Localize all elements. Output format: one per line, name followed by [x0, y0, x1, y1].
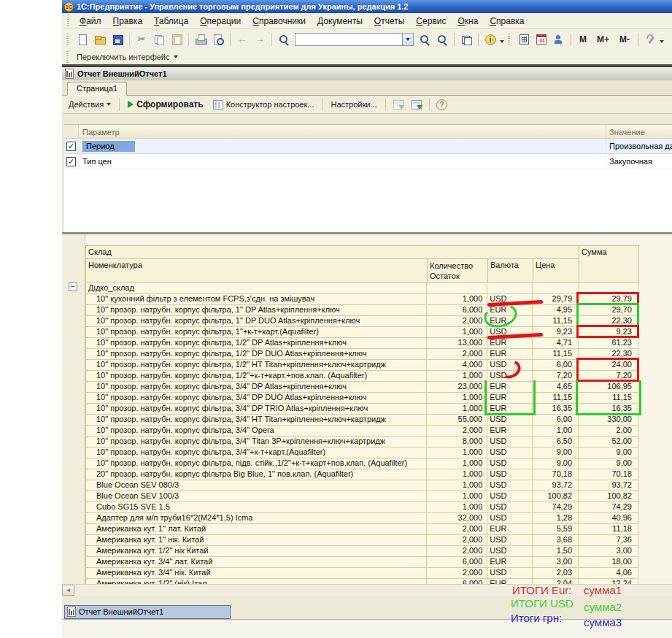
info-button[interactable]: i [482, 31, 498, 47]
toolbar-grip[interactable] [508, 34, 510, 46]
table-row[interactable]: 10" прозор. натрубн. корпус фільтра, під… [86, 458, 638, 469]
print-button[interactable] [193, 31, 209, 47]
item-currency-cell: EUR [487, 557, 533, 568]
group-collapse-button[interactable]: − [69, 283, 77, 291]
calculator-button[interactable] [516, 31, 532, 47]
table-row[interactable]: 10" прозор. натрубн. корпус фільтра, 3/4… [86, 404, 638, 415]
open-button[interactable] [92, 31, 108, 47]
table-row[interactable]: 10" прозор. натрубн. корпус фільтра, 3/4… [86, 426, 638, 437]
calendar-button[interactable]: 31 [533, 31, 549, 47]
users-button[interactable] [551, 31, 567, 47]
back-button[interactable]: ← [234, 31, 250, 47]
table-row[interactable]: Blue Ocean SEV 080/31,000USD93,7293,72 [86, 480, 638, 491]
table-row[interactable]: 10" кухонний фільтр з елементом FCPS,з'є… [86, 294, 638, 305]
settings-constructor-button[interactable]: Конструктор настроек... [209, 99, 318, 111]
action-bar: Действия Сформировать Конструктор настро… [62, 96, 672, 114]
windows-button[interactable] [458, 31, 474, 47]
table-row[interactable]: Американка кут. 1" нік. Китай2,000USD3,6… [86, 535, 638, 546]
table-row[interactable]: 10" прозор. натрубн. корпус фільтра, 3/4… [86, 415, 638, 426]
settings-button[interactable]: Настройки... [327, 99, 380, 110]
horizontal-scrollbar[interactable]: ◄ [62, 584, 672, 596]
table-row[interactable]: Адаптер для м/п труби16*2(М24*1,5) Icma3… [86, 513, 638, 524]
tab-page1[interactable]: Страница1 [67, 82, 127, 96]
copy-button[interactable] [151, 31, 167, 47]
table-row[interactable]: Американка кут. 1/2" нік Китай2,000USD1,… [86, 546, 638, 557]
parameter-checkbox[interactable]: ✓ [66, 157, 76, 166]
menu-item-Сервис[interactable]: Сервис [410, 15, 452, 28]
item-name-cell: Американка кут. 3/4" лат. Китай [86, 557, 427, 568]
table-row[interactable]: Американка кут. 3/4" нік. Китай2,000USD2… [86, 568, 638, 579]
generate-button[interactable]: Сформировать [124, 98, 206, 111]
table-row[interactable]: 10" прозор. натрубн. корпус фільтра, 1" … [86, 305, 638, 316]
group-empty-cell [533, 283, 579, 294]
spacer [62, 114, 672, 124]
help-button[interactable]: ? [434, 96, 450, 112]
back-arrow-icon: ← [236, 34, 248, 45]
toolbar-grip[interactable] [66, 34, 69, 46]
print-preview-button[interactable] [210, 31, 226, 47]
table-row[interactable]: 10" прозор. натрубн. корпус фільтра, 1"+… [86, 327, 638, 338]
group-row[interactable]: Дідко_склад [86, 283, 638, 294]
memory-button[interactable]: M [575, 34, 591, 45]
table-row[interactable]: 10" прозор. натрубн. корпус фільтра, 1/2… [86, 360, 638, 371]
actions-menu-button[interactable]: Действия [65, 99, 115, 110]
table-row[interactable]: 10" прозор. натрубн. корпус фільтра, 3/4… [86, 437, 638, 447]
table-row[interactable]: 10" прозор. натрубн. корпус фільтра, 3/4… [86, 447, 638, 458]
load-settings-button[interactable] [390, 96, 406, 112]
menu-item-Таблица[interactable]: Таблица [148, 15, 194, 28]
chevron-down-icon[interactable] [500, 40, 504, 43]
table-row[interactable]: 10" прозор. натрубн. корпус фільтра, 1" … [86, 316, 638, 327]
menu-item-Справочники[interactable]: Справочники [247, 15, 312, 28]
search-input[interactable] [296, 34, 402, 45]
table-row[interactable]: Blue Ocean SEV 100/31,000USD100,82100,82 [86, 491, 638, 502]
menu-item-Правка[interactable]: Правка [107, 15, 149, 28]
chevron-down-icon[interactable] [660, 40, 664, 43]
paste-button[interactable] [169, 31, 185, 47]
menu-item-Окна[interactable]: Окна [452, 15, 484, 28]
toolbar-grip[interactable] [66, 51, 69, 64]
chevron-down-icon[interactable] [174, 55, 178, 58]
parameter-row[interactable]: ✓Тип ценЗакупочная [64, 154, 672, 169]
table-row[interactable]: 20" прозор. натрубн. корпус фільтра Big … [86, 469, 638, 480]
parameter-value-cell[interactable]: Закупочная [606, 154, 672, 169]
parameter-checkbox[interactable]: ✓ [66, 142, 76, 151]
table-row[interactable]: 10" прозор. натрубн. корпус фільтра, 1/2… [86, 349, 638, 360]
tab-row: Страница1 [62, 80, 672, 96]
item-qty-cell: 23,000 [427, 382, 487, 393]
tools-button[interactable] [642, 31, 658, 47]
save-button[interactable] [109, 31, 125, 47]
table-row[interactable]: 10" прозор. натрубн. корпус фільтра, 1/2… [86, 371, 638, 382]
find-next-button[interactable] [417, 31, 433, 47]
forward-button[interactable]: → [252, 31, 268, 47]
parameter-name-cell[interactable]: Тип цен [79, 154, 606, 169]
switch-interface-button[interactable]: Переключить интерфейс [77, 53, 170, 61]
table-row[interactable]: 10" прозор. натрубн. корпус фільтра, 1/2… [86, 338, 638, 349]
table-row[interactable]: Американка кут. 3/4" лат. Китай6,000EUR3… [86, 557, 638, 568]
parameter-value-cell[interactable]: Произвольная дата [606, 139, 672, 153]
memory-minus-button[interactable]: M- [615, 34, 634, 45]
find-previous-button[interactable] [434, 31, 450, 47]
menu-item-Отчеты[interactable]: Отчеты [368, 15, 411, 28]
table-row[interactable]: 10" прозор. натрубн. корпус фільтра, 3/4… [86, 393, 638, 404]
table-row[interactable]: Американка кут. 1" лат. Китай2,000EUR5,5… [86, 524, 638, 535]
new-document-button[interactable] [74, 31, 90, 47]
item-sum-cell: 93,72 [579, 480, 638, 491]
parameter-name-cell[interactable]: Период [79, 139, 606, 153]
scroll-left-button[interactable]: ◄ [62, 585, 74, 596]
memory-plus-button[interactable]: M+ [592, 34, 614, 45]
toolbar-grip[interactable] [67, 15, 69, 27]
search-button[interactable] [276, 31, 292, 47]
menu-item-Документы[interactable]: Документы [312, 15, 368, 28]
parameter-row[interactable]: ✓ПериодПроизвольная дата [64, 139, 672, 154]
menu-item-Справка[interactable]: Справка [484, 15, 530, 28]
save-settings-button[interactable] [409, 96, 425, 112]
table-row[interactable]: Американка кут. 1/2" (нік) Італ.6,000EUR… [86, 579, 638, 584]
cut-button[interactable]: ✂ [134, 31, 150, 47]
search-dropdown-button[interactable] [402, 34, 413, 45]
menu-item-Операции[interactable]: Операции [194, 15, 247, 28]
menu-item-Файл[interactable]: Файл [74, 15, 107, 28]
table-row[interactable]: 10" прозор. натрубн. корпус фільтра, 3/4… [86, 382, 638, 393]
table-row[interactable]: Cubo SG15 SVE 1.51,000USD74,2974,29 [86, 502, 638, 513]
taskbar-window-button[interactable]: Отчет ВнешнийОтчет1 [64, 605, 231, 619]
item-name-cell: Американка кут. 1/2" нік Китай [86, 546, 427, 557]
